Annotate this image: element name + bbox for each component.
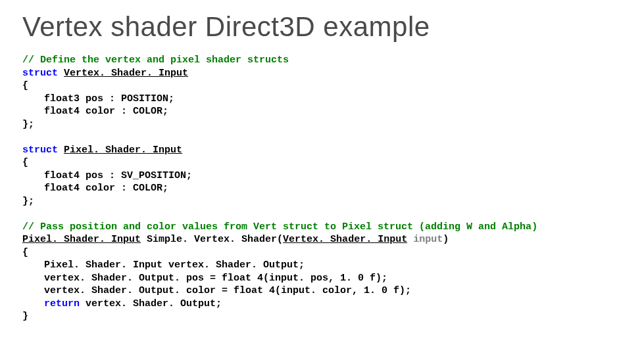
code-fn-name: Simple. Vertex. Shader [147,234,277,245]
page-title: Vertex shader Direct3D example [22,12,622,42]
code-brace: { [22,247,28,258]
code-line: vertex. Shader. Output; [80,298,222,309]
code-keyword-struct: struct [22,145,58,156]
code-brace: { [22,80,28,91]
code-line: Pixel. Shader. Input vertex. Shader. Out… [44,260,305,271]
code-line: float4 pos : SV_POSITION; [44,170,192,181]
code-paren: ) [443,234,449,245]
code-brace: } [22,311,28,322]
code-type-psi: Pixel. Shader. Input [64,145,182,156]
code-brace: }; [22,196,34,207]
code-line: float4 color : COLOR; [44,183,168,194]
code-line: float4 color : COLOR; [44,106,168,117]
code-line: vertex. Shader. Output. pos = float 4(in… [44,273,387,284]
code-param-type: Vertex. Shader. Input [283,234,407,245]
code-block: // Define the vertex and pixel shader st… [22,54,622,323]
code-param-name: input [413,234,443,245]
code-brace: }; [22,119,34,130]
code-type-vsi: Vertex. Shader. Input [64,68,188,79]
code-line: vertex. Shader. Output. color = float 4(… [44,285,411,296]
slide: Vertex shader Direct3D example // Define… [0,0,644,323]
code-brace: { [22,157,28,168]
code-fn-return-type: Pixel. Shader. Input [22,234,141,245]
code-comment: // Define the vertex and pixel shader st… [22,55,289,66]
code-keyword-struct: struct [22,68,58,79]
code-keyword-return: return [44,298,80,309]
code-paren: ( [277,234,283,245]
code-line: float3 pos : POSITION; [44,93,174,104]
code-comment: // Pass position and color values from V… [22,221,537,233]
